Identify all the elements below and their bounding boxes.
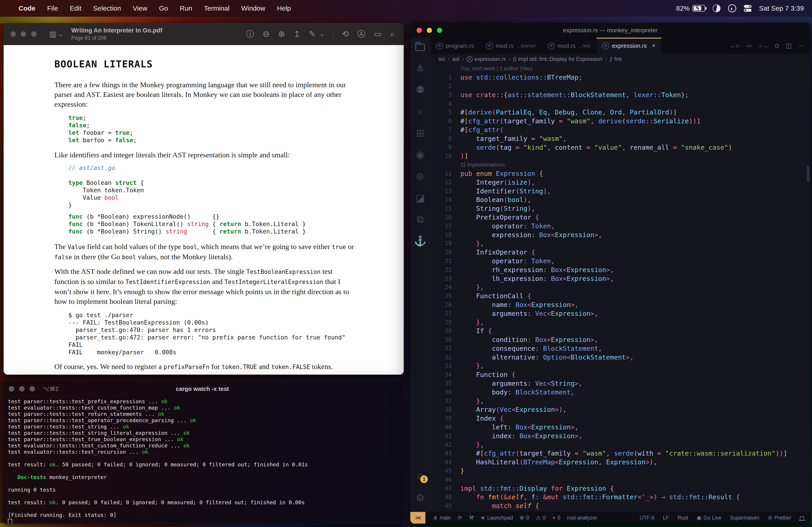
breadcrumb-item[interactable]: src (438, 56, 445, 62)
code-line: 1use std::collections::BTreeMap; (430, 73, 810, 82)
terraform-icon[interactable]: ◪ (410, 187, 430, 209)
pdf-content-area[interactable]: BOOLEAN LITERALSThere are a few things i… (4, 45, 404, 375)
code-line: 6#[cfg_attr(target_family = "wasm", deri… (430, 117, 810, 125)
sync-icon[interactable]: ⟳ (458, 515, 462, 521)
line-number: 44 (430, 459, 460, 465)
terminal-output[interactable]: test parser::tests::test_prefix_expressi… (2, 397, 402, 524)
code-text (460, 100, 464, 107)
tools-icon[interactable]: ⚒ (469, 515, 474, 521)
split-editor-icon[interactable]: ◫ (786, 42, 791, 49)
rust-file-icon: R (486, 42, 493, 49)
editor-scrollbar[interactable] (807, 166, 810, 182)
remote-explorer-icon[interactable]: ⊞ (410, 122, 430, 144)
pdf-title-block: Writing An Interpreter In Go.pdf Page 81… (71, 27, 162, 41)
info-icon[interactable]: ⓘ (246, 29, 254, 40)
markup-icon[interactable]: ▭ (374, 29, 382, 39)
source-control-icon[interactable]: ⋔ (410, 57, 430, 79)
menu-item-file[interactable]: File (41, 4, 64, 12)
menu-item-terminal[interactable]: Terminal (198, 4, 235, 12)
highlight-chevron-icon[interactable]: ⌄ (320, 31, 324, 37)
privacy-lock-icon[interactable] (728, 4, 736, 12)
menu-item-help[interactable]: Help (271, 4, 297, 12)
sidebar-toggle-button[interactable]: ▥⌄ (49, 30, 63, 39)
nav-current-icon[interactable]: -○- (746, 42, 752, 49)
rotate-icon[interactable]: ⟲ (342, 29, 349, 39)
menu-item-view[interactable]: View (127, 4, 153, 12)
breadcrumb-label: fmt (614, 56, 622, 62)
menu-item-code[interactable]: Code (13, 4, 41, 12)
code-text: }, (460, 240, 484, 247)
settings-icon[interactable]: ⚙ (410, 487, 430, 508)
tab-expression-rs[interactable]: Rexpression.rs× (596, 37, 662, 54)
explorer-icon[interactable] (410, 37, 430, 57)
search-icon[interactable]: ⌕ (390, 29, 395, 39)
nav-back-icon[interactable]: ←○ (730, 42, 739, 49)
hierarchy-icon[interactable]: ⧉ (410, 209, 430, 230)
breadcrumb-item[interactable]: Rexpression.rs (466, 56, 506, 62)
line-number: 32 (430, 354, 460, 361)
more-actions-icon[interactable]: ⋯ (798, 42, 804, 49)
minimize-window-button[interactable] (21, 31, 26, 37)
notifications-item[interactable] (800, 516, 804, 520)
launchpad-item[interactable]: ➤Launchpad (481, 515, 513, 521)
close-icon[interactable]: × (652, 42, 655, 49)
github-icon[interactable]: ◉ (410, 144, 430, 165)
line-number: 12 (430, 179, 460, 186)
rust-analyzer-item[interactable]: rust-analyzer (567, 515, 597, 521)
encoding-item[interactable]: UTF-8 (640, 515, 654, 521)
status-label: LF (663, 515, 669, 521)
battery-status[interactable]: 82% ϟ (676, 4, 705, 12)
annotate-icon[interactable]: Ⓐ (357, 29, 365, 40)
yin-yang-menu-icon[interactable] (713, 4, 721, 12)
menu-item-selection[interactable]: Selection (87, 4, 127, 12)
menu-item-edit[interactable]: Edit (64, 4, 87, 12)
zoom-in-icon[interactable]: ⊕ (278, 29, 285, 39)
nav-forward-icon[interactable]: ○→ (759, 42, 768, 49)
code-line: 15 String(String), (430, 204, 810, 213)
go-live-item[interactable]: ◉Go Live (697, 515, 721, 521)
code-text: pub enum Expression { (460, 170, 543, 177)
highlight-pen-icon[interactable]: ✎ (309, 29, 316, 39)
language-item[interactable]: Rust (678, 515, 688, 521)
code-text: Identifier(String), (460, 187, 551, 195)
zoom-window-button[interactable] (31, 31, 37, 37)
gitlens-icon[interactable]: ⊛ (410, 165, 430, 187)
prettier-item[interactable]: ⊘Prettier (768, 515, 791, 521)
code-line: 48 fn fmt(&self, f: &mut std::fmt::Forma… (430, 493, 810, 501)
tab-mod-rs[interactable]: Rmod.rs.../parser (480, 37, 542, 54)
status-bar-left: ><⋔main⟳⚒➤Launchpad⊗0⚠0⌖0rust-analyzer (410, 512, 597, 524)
line-number: 48 (430, 494, 460, 500)
remote-indicator[interactable]: >< (410, 512, 425, 524)
line-number: 19 (430, 240, 460, 247)
warnings-item[interactable]: ⚠0 (536, 515, 546, 521)
git-branch-item[interactable]: ⋔main (433, 515, 451, 521)
pdf-code-line: false; (68, 121, 358, 129)
ports-item[interactable]: ⌖0 (552, 515, 560, 521)
errors-item[interactable]: ⊗0 (520, 515, 529, 521)
zoom-out-icon[interactable]: ⊖ (263, 29, 270, 39)
git-graph-icon[interactable]: ⊙ (774, 42, 779, 49)
menu-item-go[interactable]: Go (153, 4, 174, 12)
code-line: 44 HashLiteral(BTreeMap<Expression, Expr… (430, 458, 810, 467)
control-center-icon[interactable] (744, 5, 752, 12)
battery-percent-label: 82% (676, 4, 690, 12)
code-text: fn fmt(&self, f: &mut std::fmt::Formatte… (460, 493, 740, 501)
code-editor[interactable]: You, next week | 1 author (You)1use std:… (430, 64, 810, 512)
menu-bar-clock[interactable]: Sat Sep 7 3:39 (759, 4, 804, 12)
menu-item-window[interactable]: Window (235, 4, 271, 12)
docker-icon[interactable]: ⚓ (410, 230, 430, 252)
debug-icon[interactable]: ⚉ (410, 79, 430, 100)
menu-item-run[interactable]: Run (174, 4, 198, 12)
breadcrumb-item[interactable]: ƒfmt (609, 56, 622, 62)
line-number: 38 (430, 406, 460, 413)
close-window-button[interactable] (10, 31, 16, 37)
breadcrumb-item[interactable]: ast (452, 56, 460, 62)
accounts-icon[interactable]: ☺1 (410, 465, 430, 487)
tab-mod-rs[interactable]: Rmod.rs.../ast (542, 37, 596, 54)
tab-program-rs[interactable]: Rprogram.rs (430, 37, 480, 54)
supermaven-item[interactable]: Supermaven (730, 515, 759, 521)
breadcrumb-item[interactable]: {}impl std::fmt::Display for Expression (513, 56, 602, 62)
search-icon[interactable]: ⌕ (410, 100, 430, 122)
eol-item[interactable]: LF (663, 515, 669, 521)
share-icon[interactable]: ↥ (293, 29, 300, 39)
